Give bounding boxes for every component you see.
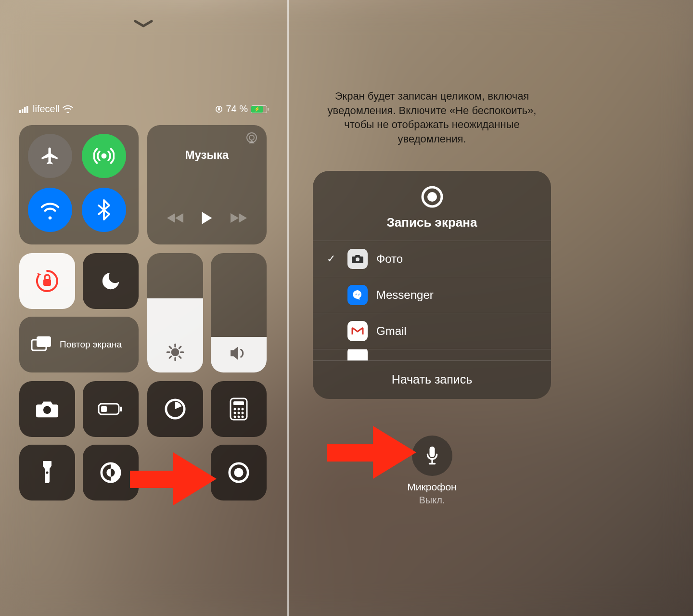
svg-rect-27: [233, 401, 244, 405]
app-option-row-more[interactable]: [313, 349, 551, 360]
timer-button[interactable]: [147, 381, 203, 437]
svg-rect-23: [120, 407, 122, 411]
low-power-mode-toggle[interactable]: [83, 381, 139, 437]
forward-icon[interactable]: [230, 212, 247, 224]
airplay-icon[interactable]: [244, 132, 259, 145]
svg-rect-48: [429, 447, 435, 457]
recording-card: Запись экрана ✓ФотоMessengerGmail Начать…: [313, 171, 551, 399]
svg-rect-9: [43, 279, 51, 286]
svg-rect-3: [26, 106, 28, 113]
svg-line-18: [179, 346, 181, 348]
calculator-button[interactable]: [211, 381, 267, 437]
screen-recording-button[interactable]: [211, 445, 267, 500]
svg-rect-0: [19, 110, 21, 113]
svg-point-30: [242, 408, 244, 411]
svg-point-45: [427, 192, 437, 202]
svg-point-21: [43, 406, 51, 414]
screen-recording-panel: Экран будет записан целиком, включая уве…: [289, 0, 575, 616]
music-widget[interactable]: Музыка: [147, 125, 267, 244]
recording-notice: Экран будет записан целиком, включая уве…: [318, 89, 546, 146]
do-not-disturb-toggle[interactable]: [83, 253, 139, 309]
svg-rect-20: [37, 336, 51, 347]
screen-mirroring-button[interactable]: Повтор экрана: [19, 317, 139, 372]
svg-point-46: [356, 257, 359, 261]
svg-rect-5: [218, 108, 220, 111]
app-option-row[interactable]: Gmail: [313, 313, 551, 349]
wifi-icon: [63, 105, 73, 113]
control-center-panel: lifecell 74 % ⚡: [0, 0, 286, 616]
annotation-arrow-icon: [130, 452, 217, 505]
svg-point-28: [234, 408, 236, 411]
svg-rect-24: [101, 406, 107, 412]
play-icon[interactable]: [201, 211, 213, 225]
svg-point-35: [238, 416, 240, 418]
svg-rect-51: [327, 444, 375, 462]
cellular-signal-icon: [19, 105, 30, 113]
svg-point-38: [46, 472, 49, 474]
chevron-down-icon[interactable]: [133, 19, 154, 29]
svg-point-42: [234, 468, 243, 477]
recording-title: Запись экрана: [313, 215, 551, 230]
record-icon: [313, 185, 551, 208]
svg-point-36: [242, 416, 244, 418]
app-option-row[interactable]: Messenger: [313, 277, 551, 313]
app-icon: [347, 285, 368, 305]
microphone-state: Выкл.: [289, 495, 575, 506]
screen-mirroring-label: Повтор экрана: [60, 339, 122, 350]
annotation-arrow-icon: [327, 426, 416, 479]
airplane-mode-toggle[interactable]: [28, 134, 72, 178]
start-recording-button[interactable]: Начать запись: [313, 360, 551, 399]
battery-percent-label: 74 %: [226, 103, 248, 115]
status-bar: lifecell 74 % ⚡: [19, 103, 267, 115]
screen-mirroring-icon: [30, 335, 52, 354]
microphone-label: Микрофон: [289, 481, 575, 493]
app-icon: [347, 321, 368, 341]
app-name-label: Gmail: [376, 324, 407, 338]
svg-point-8: [249, 135, 254, 140]
wifi-toggle[interactable]: [28, 188, 72, 232]
checkmark-icon: ✓: [323, 253, 339, 265]
battery-icon: ⚡: [251, 105, 267, 113]
microphone-toggle[interactable]: [412, 436, 452, 476]
svg-point-33: [242, 412, 244, 414]
svg-line-15: [169, 346, 171, 348]
flashlight-button[interactable]: [19, 445, 75, 500]
svg-line-16: [179, 356, 181, 358]
svg-rect-43: [130, 471, 176, 488]
app-icon: [347, 249, 368, 269]
svg-point-32: [238, 412, 240, 414]
carrier-label: lifecell: [33, 103, 60, 115]
orientation-lock-status-icon: [215, 105, 223, 113]
svg-point-31: [234, 412, 236, 414]
app-icon: [347, 349, 368, 360]
bluetooth-toggle[interactable]: [82, 188, 126, 232]
volume-slider[interactable]: [211, 253, 267, 372]
orientation-lock-toggle[interactable]: [19, 253, 75, 309]
brightness-icon: [166, 343, 185, 362]
cellular-data-toggle[interactable]: [82, 134, 126, 178]
rewind-icon[interactable]: [167, 212, 184, 224]
svg-point-29: [238, 408, 240, 411]
svg-point-34: [234, 416, 236, 418]
app-option-row[interactable]: ✓Фото: [313, 241, 551, 277]
music-title: Музыка: [157, 148, 257, 162]
svg-rect-2: [24, 107, 26, 113]
app-name-label: Messenger: [376, 288, 434, 302]
camera-button[interactable]: [19, 381, 75, 437]
svg-line-17: [169, 356, 171, 358]
connectivity-group[interactable]: [19, 125, 139, 244]
volume-icon: [229, 345, 248, 362]
brightness-slider[interactable]: [147, 253, 203, 372]
app-name-label: Фото: [376, 252, 403, 266]
svg-rect-37: [43, 461, 51, 463]
svg-point-6: [102, 154, 105, 157]
svg-point-10: [172, 349, 178, 355]
svg-rect-1: [22, 109, 24, 113]
